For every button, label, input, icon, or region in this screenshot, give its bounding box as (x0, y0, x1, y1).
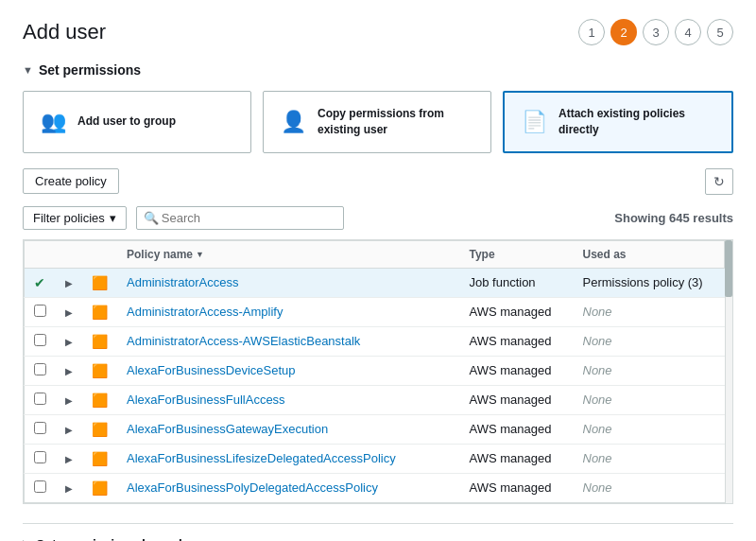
policy-type-icon: 🟧 (92, 451, 108, 466)
col-used-as: None (574, 356, 725, 385)
group-icon: 👥 (41, 110, 66, 134)
row-checkbox[interactable] (34, 422, 46, 434)
copy-permissions-card[interactable]: 👤 Copy permissions from existing user (263, 91, 491, 153)
col-expand[interactable]: ▶ (56, 326, 82, 356)
attach-policies-label: Attach existing policies directly (558, 106, 714, 138)
section-arrow-down: ▼ (23, 64, 33, 76)
col-check[interactable] (25, 444, 57, 473)
expand-icon[interactable]: ▶ (65, 395, 73, 406)
permission-options: 👥 Add user to group 👤 Copy permissions f… (23, 91, 733, 153)
policy-name-link[interactable]: AdministratorAccess-AWSElasticBeanstalk (127, 334, 360, 348)
table-row: ▶ 🟧 AlexaForBusinessDeviceSetup AWS mana… (25, 356, 732, 385)
row-checkbox[interactable] (34, 334, 46, 346)
col-used-as: None (574, 385, 725, 414)
create-policy-button[interactable]: Create policy (23, 168, 119, 194)
policy-type-icon: 🟧 (92, 334, 108, 349)
policy-type-icon: 🟧 (92, 305, 108, 320)
col-used-as: Permissions policy (3) (574, 268, 725, 297)
policy-table: Policy name ▼ Type Used as ✔ ▶ 🟧 Adminis… (24, 240, 732, 503)
col-check[interactable] (25, 414, 57, 444)
expand-icon[interactable]: ▶ (65, 337, 73, 347)
col-check[interactable] (25, 326, 57, 356)
search-wrap: 🔍 (136, 206, 344, 230)
scrollbar-track[interactable] (725, 240, 732, 503)
row-checkbox[interactable] (34, 480, 46, 493)
col-policy-icon: 🟧 (82, 326, 117, 356)
table-row: ▶ 🟧 AdministratorAccess-Amplify AWS mana… (25, 297, 732, 326)
set-permissions-boundary-section[interactable]: ▶ Set permissions boundary (23, 523, 733, 541)
table-row: ▶ 🟧 AlexaForBusinessGatewayExecution AWS… (25, 414, 732, 444)
col-policy-type: AWS managed (460, 385, 574, 414)
expand-icon[interactable]: ▶ (65, 278, 73, 288)
row-checkbox[interactable] (34, 305, 46, 317)
expand-icon[interactable]: ▶ (65, 307, 73, 318)
results-count: Showing 645 results (614, 211, 733, 225)
expand-icon[interactable]: ▶ (65, 425, 73, 435)
refresh-icon: ↻ (713, 174, 725, 189)
col-policy-name: AdministratorAccess (117, 268, 460, 297)
col-header-name[interactable]: Policy name ▼ (117, 240, 460, 268)
refresh-button[interactable]: ↻ (705, 168, 733, 195)
row-checkbox[interactable] (34, 393, 46, 405)
filter-row: Filter policies ▾ 🔍 Showing 645 results (23, 206, 733, 230)
copy-permissions-label: Copy permissions from existing user (318, 106, 473, 138)
col-check[interactable] (25, 297, 57, 326)
attach-policies-card[interactable]: 📄 Attach existing policies directly (503, 91, 733, 153)
boundary-section-label: Set permissions boundary (36, 537, 202, 541)
step-1[interactable]: 1 (578, 19, 605, 45)
policy-name-link[interactable]: AlexaForBusinessPolyDelegatedAccessPolic… (127, 480, 378, 495)
col-expand[interactable]: ▶ (56, 385, 82, 414)
set-permissions-section: ▼ Set permissions 👥 Add user to group 👤 … (23, 62, 733, 504)
policy-name-link[interactable]: AlexaForBusinessLifesizeDelegatedAccessP… (127, 451, 396, 465)
policy-name-link[interactable]: AdministratorAccess (127, 275, 238, 289)
expand-icon[interactable]: ▶ (65, 366, 73, 376)
policy-name-link[interactable]: AlexaForBusinessGatewayExecution (127, 422, 328, 436)
col-policy-name: AlexaForBusinessPolyDelegatedAccessPolic… (117, 473, 460, 502)
step-4[interactable]: 4 (675, 19, 701, 45)
policy-type-icon: 🟧 (92, 393, 108, 408)
scrollbar-thumb[interactable] (725, 240, 732, 297)
col-policy-type: AWS managed (460, 297, 574, 326)
col-policy-name: AdministratorAccess-AWSElasticBeanstalk (117, 326, 460, 356)
policy-name-link[interactable]: AdministratorAccess-Amplify (127, 305, 283, 319)
toolbar-row: Create policy ↻ (23, 168, 733, 195)
filter-label: Filter policies (33, 211, 105, 225)
col-check[interactable] (25, 356, 57, 385)
col-expand[interactable]: ▶ (56, 414, 82, 444)
expand-icon[interactable]: ▶ (65, 454, 73, 464)
col-header-expand (56, 240, 82, 268)
col-check[interactable] (25, 385, 57, 414)
step-2[interactable]: 2 (610, 19, 637, 45)
set-permissions-label: Set permissions (39, 62, 141, 78)
col-policy-icon: 🟧 (82, 385, 117, 414)
step-indicators: 1 2 3 4 5 (578, 19, 733, 45)
col-check[interactable] (25, 473, 57, 502)
expand-icon[interactable]: ▶ (65, 483, 73, 494)
policy-name-col-label: Policy name (127, 248, 193, 261)
col-expand[interactable]: ▶ (56, 444, 82, 473)
col-expand[interactable]: ▶ (56, 356, 82, 385)
col-header-type: Type (460, 240, 574, 268)
col-expand[interactable]: ▶ (56, 268, 82, 297)
filter-policies-button[interactable]: Filter policies ▾ (23, 206, 127, 230)
col-policy-type: Job function (460, 268, 574, 297)
set-permissions-header[interactable]: ▼ Set permissions (23, 62, 733, 78)
policy-name-link[interactable]: AlexaForBusinessFullAccess (127, 393, 285, 407)
step-5[interactable]: 5 (707, 19, 733, 45)
policy-name-link[interactable]: AlexaForBusinessDeviceSetup (127, 363, 295, 377)
chevron-down-icon: ▾ (110, 211, 116, 225)
add-user-to-group-card[interactable]: 👥 Add user to group (23, 91, 251, 153)
table-row: ▶ 🟧 AlexaForBusinessFullAccess AWS manag… (25, 385, 732, 414)
col-policy-type: AWS managed (460, 356, 574, 385)
row-checkbox[interactable] (34, 363, 46, 375)
step-3[interactable]: 3 (643, 19, 669, 45)
col-policy-type: AWS managed (460, 326, 574, 356)
col-expand[interactable]: ▶ (56, 473, 82, 502)
sort-arrow-icon: ▼ (196, 250, 204, 259)
row-checkbox[interactable] (34, 451, 46, 463)
col-check[interactable]: ✔ (25, 268, 57, 297)
search-input[interactable] (136, 206, 344, 230)
col-policy-name: AdministratorAccess-Amplify (117, 297, 460, 326)
policy-name-sort[interactable]: Policy name ▼ (127, 248, 204, 261)
col-expand[interactable]: ▶ (56, 297, 82, 326)
